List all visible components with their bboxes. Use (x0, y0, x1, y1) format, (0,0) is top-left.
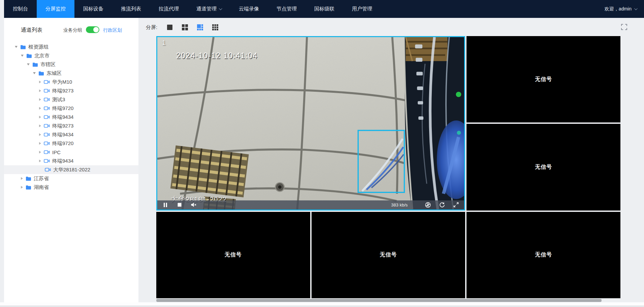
tree-item-label: 终端9434 (52, 158, 73, 164)
horizontal-scrollbar[interactable] (156, 299, 602, 302)
tree-item-大华28181-2022[interactable]: 大华28181-2022 (4, 165, 138, 174)
fullscreen-icon (621, 24, 627, 30)
tree-item-终端9434[interactable]: 终端9434 (4, 130, 138, 139)
tree-caret-icon[interactable] (39, 116, 41, 118)
status-led-teal (457, 131, 461, 135)
video-grid: 1 2024-10-12 10:41:04 大华28181-2022 383 k… (156, 36, 620, 298)
split-layout-1-button[interactable] (166, 24, 173, 31)
nav-item-1[interactable]: 控制台 (4, 0, 37, 18)
nav-item-3[interactable]: 国标设备 (74, 0, 112, 18)
chevron-down-icon (219, 7, 222, 10)
folder-icon (26, 53, 32, 58)
nav-item-label: 用户管理 (352, 6, 372, 12)
camera-icon (44, 115, 50, 119)
tree-caret-icon[interactable] (39, 124, 41, 127)
bitrate-readout: 383 kb/s (391, 202, 408, 207)
video-cell-2[interactable]: 无信号 (466, 36, 620, 122)
tree-item-根资源组[interactable]: 根资源组 (4, 43, 138, 51)
layout-9-icon (212, 24, 218, 30)
nav-item-10[interactable]: 用户管理 (343, 0, 381, 18)
mute-button[interactable] (190, 202, 197, 208)
tree-caret-icon[interactable] (39, 81, 41, 83)
admin-division-label: 行政区划 (103, 27, 122, 33)
cell-number: 1 (162, 39, 166, 47)
tree-caret-icon[interactable] (39, 98, 41, 101)
tree-item-label: 江苏省 (34, 175, 49, 182)
nav-item-label: 推流列表 (121, 6, 141, 12)
camera-icon (44, 141, 50, 146)
stop-button[interactable] (176, 202, 183, 208)
layout-4-icon (182, 24, 188, 30)
tree-item-label: 东城区 (46, 70, 62, 77)
tree-item-市辖区[interactable]: 市辖区 (4, 60, 138, 69)
tree-item-东城区[interactable]: 东城区 (4, 69, 138, 78)
tree-caret-icon[interactable] (33, 72, 36, 74)
tree-item-北京市[interactable]: 北京市 (4, 51, 138, 60)
tree-caret-icon[interactable] (39, 142, 41, 145)
welcome-user-label: 欢迎，admin (605, 6, 632, 12)
nav-item-6[interactable]: 通道管理 (188, 0, 230, 18)
tree-caret-icon[interactable] (21, 186, 23, 189)
tree-caret-icon[interactable] (15, 46, 18, 48)
tree-item-IPC[interactable]: IPC (4, 148, 138, 157)
nav-item-8[interactable]: 节点管理 (268, 0, 305, 18)
nav-item-2[interactable]: 分屏监控 (37, 0, 74, 18)
tree-item-终端9273[interactable]: 终端9273 (4, 86, 138, 95)
tree-caret-icon[interactable] (21, 177, 23, 180)
tree-caret-icon[interactable] (39, 151, 41, 154)
tree-item-终端9720[interactable]: 终端9720 (4, 104, 138, 113)
tree-caret-icon[interactable] (39, 133, 41, 136)
camera-icon (44, 106, 50, 111)
video-cell-5[interactable]: 无信号 (312, 212, 465, 298)
no-signal-label: 无信号 (535, 164, 552, 171)
video-cell-1[interactable]: 1 2024-10-12 10:41:04 大华28181-2022 383 k… (156, 36, 465, 211)
video-timestamp-overlay: 2024-10-12 10:41:04 (176, 51, 258, 60)
nav-items: 控制台分屏监控国标设备推流列表拉流代理通道管理云端录像节点管理国标级联用户管理 (4, 0, 381, 18)
expand-button[interactable] (453, 202, 459, 208)
snapshot-button[interactable] (424, 202, 431, 208)
tree-item-终端9273[interactable]: 终端9273 (4, 121, 138, 130)
nav-item-label: 国标级联 (314, 6, 334, 12)
nav-item-7[interactable]: 云端录像 (230, 0, 268, 18)
group-mode-toggle[interactable] (86, 26, 99, 33)
nav-item-4[interactable]: 推流列表 (112, 0, 150, 18)
nav-item-5[interactable]: 拉流代理 (150, 0, 188, 18)
tree-item-测试3[interactable]: 测试3 (4, 95, 138, 104)
nav-item-9[interactable]: 国标级联 (305, 0, 343, 18)
camera-icon (44, 123, 50, 128)
split-layout-4-button[interactable] (182, 24, 188, 31)
folder-icon (38, 71, 44, 76)
video-cell-6[interactable]: 无信号 (466, 212, 620, 298)
no-signal-label: 无信号 (535, 76, 552, 83)
refresh-button[interactable] (439, 202, 445, 208)
nav-item-label: 拉流代理 (159, 6, 179, 12)
tree-item-湖南省[interactable]: 湖南省 (4, 183, 138, 192)
no-signal-label: 无信号 (225, 251, 242, 258)
sidebar-header: 通道列表 业务分组 行政区划 (4, 18, 138, 42)
tree-item-终端9434[interactable]: 终端9434 (4, 113, 138, 121)
video-cell-3[interactable]: 无信号 (466, 124, 620, 210)
nav-item-label: 云端录像 (239, 6, 259, 12)
layout-6-icon (197, 24, 203, 30)
speaker-muted-icon (191, 202, 196, 207)
video-cell-4[interactable]: 无信号 (156, 212, 310, 298)
tree-item-label: 终端9720 (52, 140, 73, 147)
user-menu[interactable]: 欢迎，admin (597, 0, 644, 18)
tree-item-华为M10[interactable]: 华为M10 (4, 78, 138, 86)
split-layout-9-button[interactable] (212, 24, 219, 31)
split-layout-6-button[interactable] (197, 24, 203, 31)
pause-button[interactable] (162, 202, 169, 208)
tree-caret-icon[interactable] (39, 160, 41, 162)
split-label: 分屏: (146, 24, 157, 31)
tree-item-终端9434[interactable]: 终端9434 (4, 157, 138, 165)
tree-caret-icon[interactable] (39, 89, 41, 92)
expand-icon (453, 202, 459, 207)
top-nav: 控制台分屏监控国标设备推流列表拉流代理通道管理云端录像节点管理国标级联用户管理 … (4, 0, 644, 18)
fullscreen-button[interactable] (621, 24, 628, 31)
tree-item-label: 北京市 (34, 53, 50, 59)
tree-caret-icon[interactable] (21, 55, 24, 57)
tree-caret-icon[interactable] (27, 63, 30, 65)
tree-caret-icon[interactable] (39, 107, 41, 110)
tree-item-终端9720[interactable]: 终端9720 (4, 139, 138, 148)
tree-item-江苏省[interactable]: 江苏省 (4, 174, 138, 183)
